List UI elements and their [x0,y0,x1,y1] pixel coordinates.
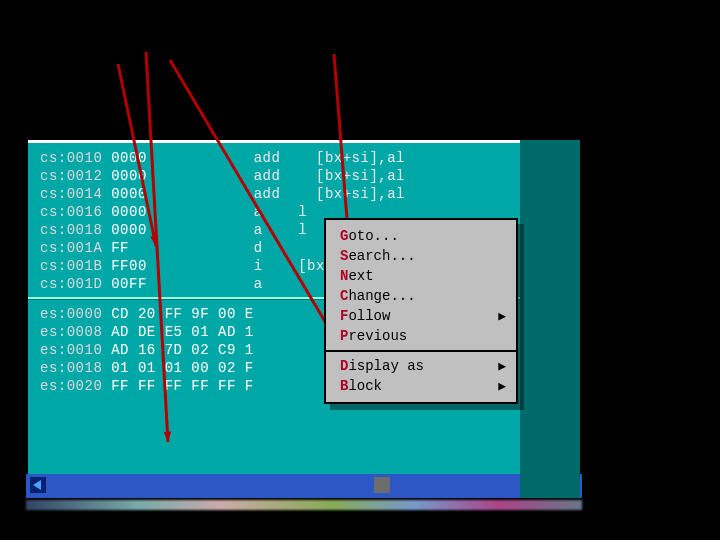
menu-item-next[interactable]: Next [326,266,516,286]
submenu-arrow-icon: ▶ [498,378,506,396]
right-shadow-column [520,140,580,498]
scroll-left-icon[interactable] [30,477,46,493]
menu-item-search[interactable]: Search... [326,246,516,266]
menu-item-follow[interactable]: Follow▶ [326,306,516,326]
menu-item-change[interactable]: Change... [326,286,516,306]
menu-item-goto[interactable]: Goto... [326,226,516,246]
disasm-row[interactable]: cs:0010 0000 add [bx+si],al [40,149,568,167]
menu-separator [326,350,516,352]
menu-item-block[interactable]: Block▶ [326,376,516,396]
submenu-arrow-icon: ▶ [498,358,506,376]
menu-item-display-as[interactable]: Display as▶ [326,356,516,376]
context-menu: Goto...Search...NextChange...Follow▶Prev… [324,218,518,404]
status-bar [26,474,582,498]
disasm-row[interactable]: cs:0014 0000 add [bx+si],al [40,185,568,203]
taskbar-fragment [26,500,582,510]
disasm-row[interactable]: cs:0012 0000 add [bx+si],al [40,167,568,185]
scroll-thumb[interactable] [374,477,390,493]
submenu-arrow-icon: ▶ [498,308,506,326]
menu-item-previous[interactable]: Previous [326,326,516,346]
